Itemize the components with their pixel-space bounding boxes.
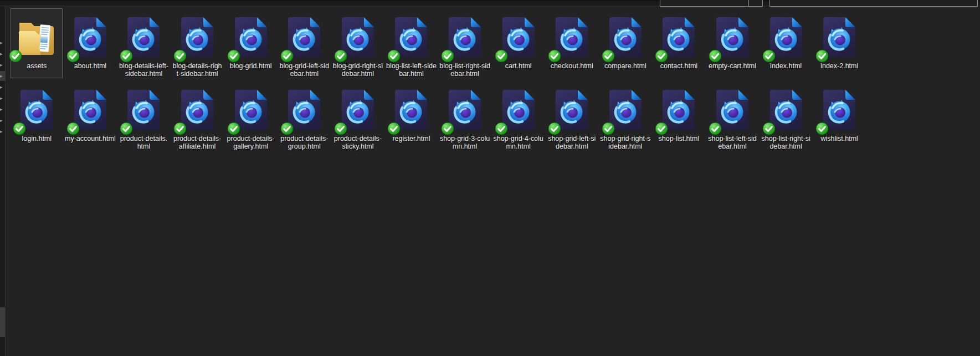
icon-wrap: [20, 90, 53, 132]
folder-icon: [17, 13, 57, 57]
file-item[interactable]: blog-grid.html: [225, 8, 277, 78]
file-label: shop-list-left-sidebar.html: [707, 135, 758, 150]
file-item[interactable]: product-details.html: [117, 81, 170, 151]
status-check-icon: [173, 122, 187, 135]
status-check-icon: [441, 122, 454, 135]
chevron-right-icon[interactable]: ▸: [0, 115, 6, 125]
icon-wrap: [663, 17, 695, 59]
chevron-right-icon[interactable]: ▸: [0, 38, 6, 48]
file-item[interactable]: about.html: [64, 8, 116, 78]
file-item[interactable]: shop-list-right-sidebar.html: [760, 81, 812, 151]
status-check-icon: [9, 49, 22, 63]
status-check-icon: [173, 49, 187, 63]
file-icon-area: [225, 83, 276, 132]
file-label: product-details.html: [118, 135, 169, 150]
file-icon-area: [546, 83, 597, 132]
file-item[interactable]: index.html: [760, 8, 812, 78]
file-item[interactable]: shop-grid-right-sidebar.html: [599, 81, 651, 151]
file-icon-area: [493, 11, 544, 59]
file-label: blog-list-right-sidebar.html: [439, 62, 490, 78]
file-label: index.html: [770, 62, 802, 70]
status-check-icon: [13, 122, 26, 135]
file-item[interactable]: checkout.html: [546, 8, 598, 78]
icon-wrap: [770, 90, 802, 132]
file-item[interactable]: compare.html: [599, 8, 651, 78]
file-item[interactable]: assets: [11, 8, 63, 78]
status-check-icon: [495, 49, 508, 63]
file-item[interactable]: empty-cart.html: [706, 8, 758, 78]
file-item[interactable]: blog-list-right-sidebar.html: [439, 8, 491, 78]
file-item[interactable]: blog-details-left-sidebar.html: [117, 8, 170, 78]
status-check-icon: [280, 122, 294, 135]
file-icon-area: [707, 83, 758, 132]
chevron-right-icon[interactable]: ▸: [0, 71, 6, 81]
file-icon-area: [279, 83, 330, 132]
file-label: shop-list.html: [659, 135, 700, 143]
file-item[interactable]: shop-list.html: [653, 81, 705, 151]
file-label: blog-details-left-sidebar.html: [118, 62, 169, 78]
file-item[interactable]: shop-grid-4-column.html: [492, 81, 545, 151]
icon-wrap: [449, 90, 481, 132]
file-label: product-details-sticky.html: [332, 135, 383, 150]
status-check-icon: [334, 49, 347, 63]
file-label: product-details-gallery.html: [225, 135, 276, 150]
file-label: register.html: [392, 135, 430, 143]
file-icon-area: [707, 11, 758, 59]
file-icon-area: [814, 83, 865, 132]
file-label: shop-grid-right-sidebar.html: [600, 135, 651, 150]
file-item[interactable]: blog-grid-right-sidebar.html: [332, 8, 384, 78]
icon-wrap: [449, 17, 481, 59]
file-item[interactable]: product-details-gallery.html: [225, 81, 277, 151]
file-item[interactable]: blog-list-left-sidebar.html: [385, 8, 437, 78]
file-item[interactable]: blog-details-right-sidebar.html: [171, 8, 223, 78]
chevron-right-icon[interactable]: ▸: [0, 126, 6, 136]
file-item[interactable]: login.html: [11, 81, 63, 151]
file-item[interactable]: product-details-sticky.html: [332, 81, 384, 151]
file-icon-area: [11, 11, 62, 59]
file-item[interactable]: blog-grid-left-sidebar.html: [278, 8, 330, 78]
status-check-icon: [709, 49, 722, 63]
file-item[interactable]: shop-list-left-sidebar.html: [706, 81, 758, 151]
toolbar-button-fragment[interactable]: [749, 0, 763, 7]
file-label: blog-list-left-sidebar.html: [386, 62, 437, 78]
icon-wrap: [342, 17, 374, 59]
file-item[interactable]: product-details-group.html: [278, 81, 330, 151]
file-label: contact.html: [660, 62, 697, 70]
chevron-right-icon[interactable]: ▸: [0, 49, 6, 59]
file-item[interactable]: my-account.html: [64, 81, 116, 151]
address-bar-fragment[interactable]: [660, 0, 749, 7]
icon-wrap: [342, 90, 374, 132]
file-icon-area: [332, 11, 383, 59]
icon-wrap: [502, 17, 535, 59]
file-item[interactable]: wishlist.html: [813, 81, 865, 151]
status-check-icon: [280, 49, 294, 63]
file-item[interactable]: contact.html: [653, 8, 705, 78]
file-icon-area: [11, 83, 62, 132]
file-icon-area: [332, 83, 383, 132]
icon-wrap: [127, 17, 160, 59]
file-item[interactable]: cart.html: [492, 8, 545, 78]
icon-wrap: [823, 90, 855, 132]
status-check-icon: [655, 49, 668, 63]
file-item[interactable]: register.html: [385, 81, 437, 151]
file-item[interactable]: index-2.html: [813, 8, 865, 78]
search-box-fragment[interactable]: [769, 0, 978, 7]
icon-wrap: [502, 90, 535, 132]
file-item[interactable]: shop-grid-3-column.html: [439, 81, 491, 151]
status-check-icon: [387, 49, 401, 63]
file-item[interactable]: shop-grid-left-sidebar.html: [546, 81, 598, 151]
chevron-right-icon[interactable]: ▸: [0, 60, 6, 70]
file-icon-area: [814, 11, 865, 59]
chevron-right-icon[interactable]: ▸: [0, 104, 6, 114]
icon-wrap: [609, 90, 642, 132]
status-check-icon: [548, 122, 561, 135]
file-label: shop-grid-left-sidebar.html: [546, 135, 597, 150]
tree-scrollbar-thumb[interactable]: [0, 307, 5, 337]
file-icon-area: [761, 11, 812, 59]
file-item[interactable]: product-details-affiliate.html: [171, 81, 223, 151]
file-label: my-account.html: [65, 135, 116, 143]
chevron-right-icon[interactable]: ▸: [0, 82, 6, 92]
file-icon-area: [172, 11, 223, 59]
icon-wrap: [181, 90, 213, 132]
chevron-right-icon[interactable]: ▸: [0, 93, 6, 103]
